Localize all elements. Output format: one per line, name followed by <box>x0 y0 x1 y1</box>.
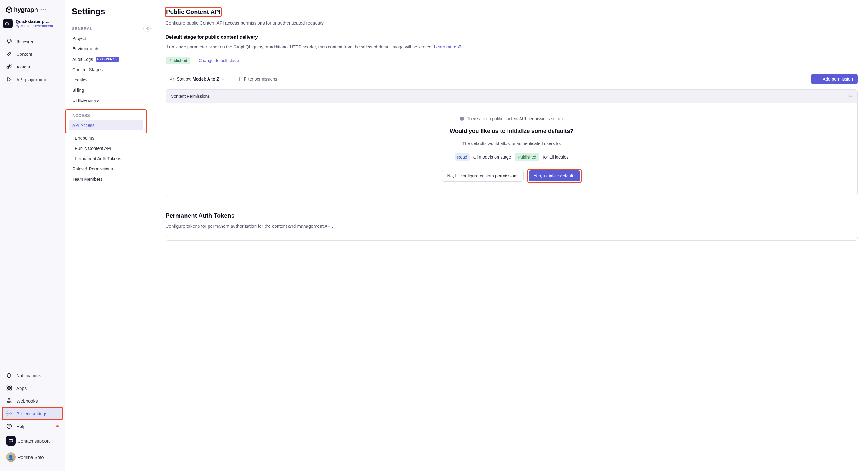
settings-general-label: GENERAL <box>65 24 147 33</box>
settings-endpoints[interactable]: Endpoints <box>69 133 144 143</box>
published-stage-chip: Published <box>165 57 190 64</box>
svg-rect-2 <box>7 389 9 390</box>
info-icon <box>459 116 464 121</box>
chevron-down-icon <box>848 94 852 98</box>
nav-schema[interactable]: Schema <box>2 35 62 47</box>
play-icon <box>6 76 12 82</box>
nav-apps[interactable]: Apps <box>2 382 62 394</box>
svg-rect-0 <box>7 386 9 388</box>
read-chip: Read <box>455 154 469 161</box>
logo-text: hygraph <box>14 6 38 13</box>
nav-contact-support[interactable]: Contact support <box>2 433 62 449</box>
external-link-icon <box>458 44 462 51</box>
svg-point-7 <box>8 413 10 414</box>
svg-rect-1 <box>10 386 11 388</box>
chat-icon <box>6 436 16 446</box>
project-selector[interactable]: Qu Quickstarter pr... Master Environment <box>0 19 65 35</box>
page-title: Public Content API <box>165 7 221 17</box>
plus-icon <box>816 77 820 81</box>
settings-ui-extensions[interactable]: UI Extensions <box>69 95 144 106</box>
svg-rect-3 <box>10 389 11 390</box>
content-permissions-header[interactable]: Content Permissions <box>166 90 858 103</box>
sort-icon <box>170 77 174 81</box>
no-permissions-info: There are no public content API permissi… <box>173 116 850 121</box>
yes-initialize-defaults-button[interactable]: Yes, initialize defaults <box>529 170 580 181</box>
svg-point-4 <box>7 401 8 403</box>
settings-access-label: ACCESS <box>69 111 144 120</box>
initialize-question: Would you like us to initialize some def… <box>173 128 850 134</box>
collapse-sidebar-button[interactable] <box>144 25 151 32</box>
plus-icon <box>237 77 242 81</box>
gear-icon <box>6 410 12 416</box>
sort-label: Sort by: Model: A to Z <box>177 76 219 82</box>
defaults-demo-row: Read all models on stage Published for a… <box>173 153 850 161</box>
webhooks-icon <box>6 398 12 404</box>
permanent-auth-tokens-description: Configure tokens for permanent authoriza… <box>165 223 858 228</box>
project-avatar: Qu <box>3 19 13 28</box>
chevron-down-icon <box>221 77 224 81</box>
svg-rect-9 <box>9 439 13 442</box>
settings-locales[interactable]: Locales <box>69 75 144 85</box>
sort-button[interactable]: Sort by: Model: A to Z <box>165 73 229 85</box>
content-permissions-panel: Content Permissions There are no public … <box>165 89 858 196</box>
add-permission-button[interactable]: Add permission <box>811 74 858 84</box>
settings-permanent-auth-tokens[interactable]: Permanent Auth Tokens <box>69 154 144 164</box>
settings-api-access[interactable]: API Access <box>69 120 144 130</box>
settings-audit-logs[interactable]: Audit Logs ENTERPRISE <box>69 54 144 64</box>
layers-icon <box>6 38 12 44</box>
user-avatar: 👤 <box>6 452 16 462</box>
permanent-auth-tokens-title: Permanent Auth Tokens <box>165 212 858 219</box>
project-name: Quickstarter pr... <box>16 19 53 24</box>
default-stage-title: Default stage for public content deliver… <box>165 34 858 40</box>
no-custom-permissions-button[interactable]: No, I'll configure custom permissions <box>442 170 524 182</box>
nav-webhooks[interactable]: Webhooks <box>2 395 62 407</box>
permanent-auth-tokens-panel <box>165 235 858 241</box>
main-content: Public Content API Configure public Cont… <box>147 0 868 471</box>
filter-permissions-button[interactable]: Filter permissions <box>233 73 282 85</box>
settings-billing[interactable]: Billing <box>69 85 144 95</box>
enterprise-badge: ENTERPRISE <box>96 57 120 62</box>
learn-more-link[interactable]: Learn more <box>434 44 462 49</box>
settings-content-stages[interactable]: Content Stages <box>69 64 144 75</box>
defaults-description: The defaults would allow unauthenticated… <box>173 141 850 146</box>
default-stage-description: If no stage parameter is set on the Grap… <box>165 43 858 51</box>
nav-help[interactable]: Help <box>2 420 62 432</box>
settings-public-content-api[interactable]: Public Content API <box>69 143 144 154</box>
grid-icon <box>6 385 12 391</box>
edit-icon <box>6 51 12 57</box>
settings-project[interactable]: Project <box>69 33 144 43</box>
settings-sidebar: Settings GENERAL Project Environments Au… <box>65 0 147 471</box>
bell-icon <box>6 372 12 378</box>
primary-sidebar: hygraph ••• Qu Quickstarter pr... Master… <box>0 0 65 471</box>
nav-user-profile[interactable]: 👤 Romina Soto <box>2 449 62 465</box>
change-default-stage-link[interactable]: Change default stage <box>199 58 239 63</box>
nav-api-playground[interactable]: API playground <box>2 73 62 85</box>
page-subtitle: Configure public Content API access perm… <box>165 20 858 25</box>
project-environment: Master Environment <box>16 24 53 28</box>
nav-content[interactable]: Content <box>2 48 62 60</box>
published-chip: Published <box>515 153 539 161</box>
nav-notifications[interactable]: Notifications <box>2 369 62 381</box>
page-heading: Public Content API <box>165 7 221 17</box>
settings-title: Settings <box>65 7 147 24</box>
nav-assets[interactable]: Assets <box>2 61 62 73</box>
settings-environments[interactable]: Environments <box>69 43 144 54</box>
nav-project-settings[interactable]: Project settings <box>2 407 62 419</box>
logo[interactable]: hygraph <box>6 6 38 13</box>
logo-menu-dots[interactable]: ••• <box>41 7 47 12</box>
help-icon <box>6 423 12 429</box>
settings-team-members[interactable]: Team Members <box>69 174 144 184</box>
settings-roles-permissions[interactable]: Roles & Permissions <box>69 164 144 174</box>
notification-dot <box>56 425 59 428</box>
attachment-icon <box>6 64 12 70</box>
svg-point-5 <box>10 401 11 403</box>
